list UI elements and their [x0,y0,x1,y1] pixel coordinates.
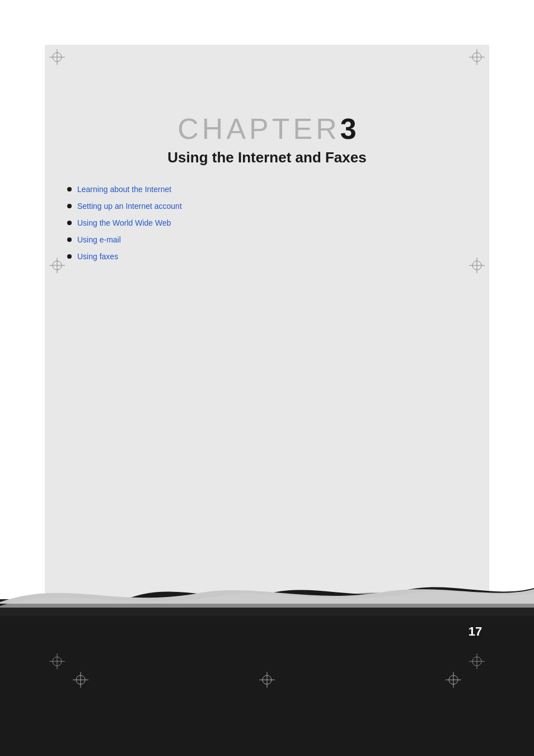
reg-mark-top-right [469,49,485,65]
list-item: Learning about the Internet [67,185,182,194]
list-item: Setting up an Internet account [67,202,182,211]
reg-mark-bot-left [49,654,65,669]
toc-link-www[interactable]: Using the World Wide Web [77,218,171,227]
reg-mark-mid-left [49,258,65,273]
bullet-dot [67,254,72,259]
toc-link-faxes[interactable]: Using faxes [77,252,118,261]
page-number: 17 [461,616,489,647]
list-item: Using the World Wide Web [67,218,182,227]
chapter-number: 3 [340,113,357,145]
list-item: Using e-mail [67,235,182,244]
chapter-toc-list: Learning about the Internet Setting up a… [67,185,182,269]
chapter-label: CHAPTER [177,113,340,145]
chapter-title: Using the Internet and Faxes [0,149,534,166]
page-container: 17 [0,0,534,756]
reg-mark-top-left [49,49,65,65]
bullet-dot [67,187,72,192]
chapter-header-line: CHAPTER3 [0,112,534,146]
list-item: Using faxes [67,252,182,261]
bullet-dot [67,204,72,208]
toc-link-internet[interactable]: Learning about the Internet [77,185,171,194]
reg-mark-bot-center [259,672,275,688]
bullet-dot [67,237,72,242]
wave-decoration [0,571,534,616]
toc-link-account[interactable]: Setting up an Internet account [77,202,182,211]
reg-mark-mid-right [469,258,485,273]
toc-link-email[interactable]: Using e-mail [77,235,121,244]
chapter-heading: CHAPTER3 Using the Internet and Faxes [0,112,534,166]
bullet-dot [67,221,72,225]
reg-mark-bot-left2 [73,672,88,688]
reg-mark-bot-right2 [446,672,461,688]
reg-mark-bot-right [469,654,485,669]
